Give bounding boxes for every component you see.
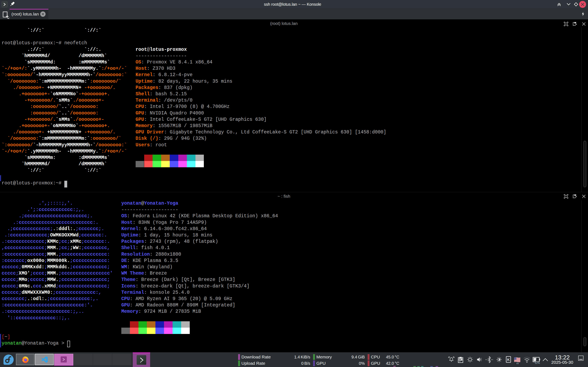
svg-text:52%: 52%: [535, 362, 540, 365]
svg-text:K: K: [507, 358, 510, 362]
svg-text:us: us: [516, 362, 519, 365]
